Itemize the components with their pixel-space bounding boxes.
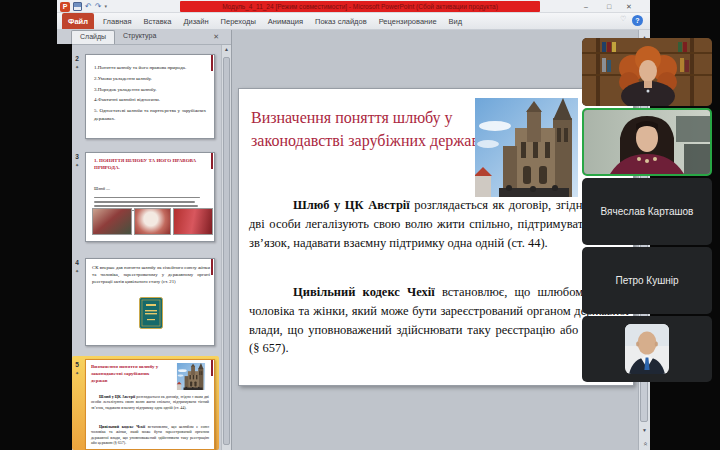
cathedral-image[interactable] <box>475 98 578 197</box>
panel-tabs: Слайды Структура ✕ <box>57 30 231 45</box>
thumb2-line: 2.Умови укладення шлюбу. <box>94 75 206 83</box>
participants-panel: Вячеслав Карташов Петро Кушнір <box>580 36 716 384</box>
participant-tile[interactable]: Вячеслав Карташов <box>582 178 712 245</box>
slide-number: 2 <box>71 55 83 62</box>
previous-slide-icon: « <box>639 442 651 446</box>
tab-insert[interactable]: Вставка <box>138 13 178 29</box>
quick-access-toolbar: P ↶ ↷ ▾ <box>60 1 107 12</box>
transition-star-icon: ✦ <box>71 370 83 376</box>
blurred-text-line <box>94 205 198 207</box>
ribbon-tabs: Файл Главная Вставка Дизайн Переходы Ани… <box>57 13 650 30</box>
slide-paragraph-austria[interactable]: Шлюб у ЦК Австрії розглядається як догов… <box>249 196 629 252</box>
slide-thumbnail-3[interactable]: 1. ПОНЯТТЯ ШЛЮБУ ТА ЙОГО ПРАВОВА ПРИРОДА… <box>85 152 215 242</box>
thumb3-body-lead: Шлюб — <box>94 186 110 191</box>
participant-name: Вячеслав Карташов <box>601 206 694 217</box>
slide-thumbnail-4[interactable]: СК вперше дав поняття шлюбу як сімейного… <box>85 258 215 346</box>
tab-slideshow[interactable]: Показ слайдов <box>309 13 373 29</box>
transition-star-icon: ✦ <box>71 162 83 168</box>
tab-transitions[interactable]: Переходы <box>215 13 262 29</box>
qat-dropdown-icon[interactable]: ▾ <box>104 1 107 12</box>
scroll-down-icon[interactable]: ▼ <box>639 424 650 436</box>
wedding-photo <box>173 208 213 235</box>
family-code-book-image <box>139 297 163 329</box>
thumb5-title: Визначення поняття шлюбу у законодавстві… <box>91 364 165 384</box>
camera-feed-image <box>582 38 712 106</box>
current-slide[interactable]: Визначення поняття шлюбу у законодавстві… <box>238 88 634 386</box>
slide-number: 3 <box>71 153 83 160</box>
p1-lead: Шлюб у ЦК Австрії <box>293 198 410 212</box>
thumb5-p2-lead: Цивільний кодекс Чехії <box>99 424 145 429</box>
tab-animations[interactable]: Анимация <box>262 13 309 29</box>
minimize-button[interactable]: – <box>577 0 595 13</box>
slide-accent-bar <box>211 360 214 376</box>
thumb4-text: СК вперше дав поняття шлюбу як сімейного… <box>92 265 210 286</box>
thumb2-line: 1.Поняття шлюбу та його правова природа. <box>94 64 206 72</box>
slide-paragraph-czech[interactable]: Цивільний кодекс Чехії встановлює, що шл… <box>249 283 629 358</box>
panel-scroll-up-icon[interactable]: ▲ <box>222 46 231 52</box>
wedding-photo <box>92 208 132 235</box>
blurred-text-line <box>94 197 200 199</box>
slide-thumbnail-2[interactable]: 1.Поняття шлюбу та його правова природа.… <box>85 54 215 139</box>
slide-number: 4 <box>71 259 83 266</box>
slide-thumbnail-5-selected[interactable]: Визначення поняття шлюбу у законодавстві… <box>85 359 215 450</box>
tab-outline[interactable]: Структура <box>115 30 164 44</box>
tab-view[interactable]: Вид <box>443 13 469 29</box>
tab-design[interactable]: Дизайн <box>177 13 214 29</box>
powerpoint-app-icon[interactable]: P <box>60 2 70 12</box>
feedback-heart-icon[interactable]: ♡ <box>620 15 626 23</box>
undo-icon[interactable]: ↶ <box>85 1 92 12</box>
powerpoint-window: P ↶ ↷ ▾ Модуль_4_11_24 [Режим совместимо… <box>57 0 650 450</box>
tab-file[interactable]: Файл <box>62 13 94 29</box>
wedding-photo <box>134 208 171 235</box>
participant-tile-avatar[interactable] <box>582 316 712 382</box>
close-button[interactable]: ✕ <box>620 0 638 13</box>
tab-home[interactable]: Главная <box>97 13 138 29</box>
slide-accent-bar <box>211 153 214 169</box>
panel-scrollbar-thumb[interactable] <box>223 57 230 445</box>
slide-accent-bar <box>211 259 214 275</box>
tab-slides[interactable]: Слайды <box>71 30 115 44</box>
participant-video-active-speaker[interactable] <box>582 108 712 176</box>
title-bar: P ↶ ↷ ▾ Модуль_4_11_24 [Режим совместимо… <box>57 0 650 13</box>
panel-scrollbar[interactable]: ▲ <box>221 45 231 450</box>
slide-title-textbox[interactable]: Визначення поняття шлюбу у законодавстві… <box>251 107 503 152</box>
redo-icon[interactable]: ↷ <box>95 1 102 12</box>
window-title: Модуль_4_11_24 [Режим совместимости] - M… <box>180 1 540 12</box>
blurred-text-line <box>94 201 195 203</box>
thumb5-p1-lead: Шлюб у ЦК Австрії <box>99 394 135 399</box>
transition-star-icon: ✦ <box>71 268 83 274</box>
thumb2-line: 5. Одностатеві шлюби та партнерства у за… <box>94 107 206 123</box>
maximize-button[interactable]: □ <box>600 0 618 13</box>
thumb2-line: 4.Фактичні шлюбні відносини. <box>94 96 206 104</box>
avatar <box>625 324 669 374</box>
participant-video-woman-red-hair[interactable] <box>582 38 712 106</box>
meeting-app-edge <box>0 44 72 450</box>
tab-review[interactable]: Рецензирование <box>373 13 443 29</box>
thumb2-line: 3.Порядок укладення шлюбу. <box>94 86 206 94</box>
meeting-screen-share: P ↶ ↷ ▾ Модуль_4_11_24 [Режим совместимо… <box>0 0 720 450</box>
cathedral-image <box>176 363 206 390</box>
thumb3-title: 1. ПОНЯТТЯ ШЛЮБУ ТА ЙОГО ПРАВОВА ПРИРОДА… <box>94 158 206 172</box>
slide-number: 5 <box>71 361 83 368</box>
participant-name: Петро Кушнір <box>615 275 678 286</box>
p2-lead: Цивільний кодекс Чехії <box>293 285 435 299</box>
transition-star-icon: ✦ <box>71 64 83 70</box>
camera-feed-image <box>584 110 710 174</box>
save-icon[interactable] <box>73 2 82 11</box>
previous-slide-button[interactable]: « <box>639 438 650 450</box>
help-icon[interactable]: ? <box>632 15 643 26</box>
panel-close-icon[interactable]: ✕ <box>213 33 219 41</box>
participant-tile[interactable]: Петро Кушнір <box>582 247 712 314</box>
slide-accent-bar <box>211 55 214 71</box>
